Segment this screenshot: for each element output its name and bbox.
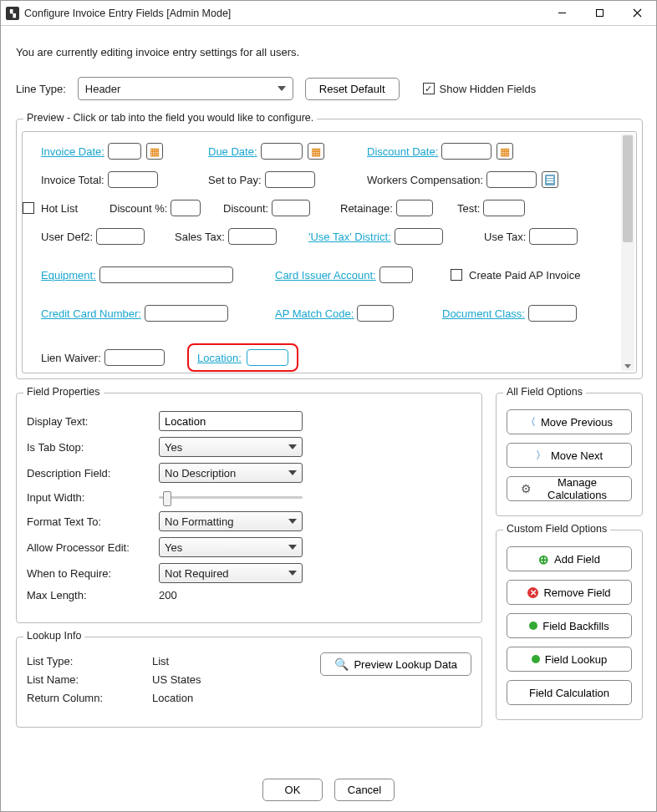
preview-lookup-button[interactable]: 🔍 Preview Lookup Data	[320, 652, 471, 676]
description-field-select[interactable]: No Description	[159, 463, 303, 483]
when-require-value: Not Required	[165, 567, 229, 580]
lien-waiver-input[interactable]	[104, 349, 165, 366]
show-hidden-checkbox[interactable]: ✓	[423, 83, 435, 94]
reset-default-label: Reset Default	[319, 83, 385, 95]
close-button[interactable]	[619, 1, 656, 26]
invoice-date-input[interactable]	[108, 143, 141, 160]
create-paid-ap-checkbox[interactable]	[451, 269, 462, 281]
is-tab-stop-label: Is Tab Stop:	[27, 441, 159, 454]
invoice-date-label[interactable]: Invoice Date:	[41, 145, 104, 158]
test-input[interactable]	[483, 200, 525, 216]
line-type-value: Header	[85, 83, 121, 95]
move-next-button[interactable]: 〉 Move Next	[507, 443, 632, 468]
equipment-input[interactable]	[99, 266, 233, 283]
scrollbar-thumb[interactable]	[623, 135, 633, 242]
doc-class-label[interactable]: Document Class:	[442, 307, 525, 320]
chevron-right-icon: 〉	[536, 449, 546, 463]
retainage-input[interactable]	[396, 200, 433, 216]
allow-processor-value: Yes	[165, 541, 182, 554]
add-field-button[interactable]: ⊕ Add Field	[507, 546, 632, 571]
calendar-icon[interactable]: ▦	[308, 143, 324, 160]
discount-label: Discount:	[223, 202, 268, 215]
reset-default-button[interactable]: Reset Default	[305, 78, 400, 100]
cancel-button[interactable]: Cancel	[334, 779, 395, 801]
info-text: You are currently editing invoice entry …	[16, 46, 643, 58]
set-to-pay-input[interactable]	[265, 171, 315, 188]
slider-thumb[interactable]	[163, 491, 171, 506]
vertical-scrollbar[interactable]	[621, 134, 634, 371]
list-type-value: List	[152, 655, 169, 667]
discount-pct-input[interactable]	[171, 200, 201, 216]
use-tax-input[interactable]	[529, 228, 578, 245]
move-previous-button[interactable]: 〈 Move Previous	[507, 409, 632, 434]
card-issuer-input[interactable]	[379, 266, 413, 283]
user-def2-input[interactable]	[96, 228, 145, 245]
format-text-value: No Formatting	[165, 515, 233, 528]
discount-input[interactable]	[272, 200, 310, 216]
workers-comp-input[interactable]	[486, 171, 537, 188]
plus-icon: ⊕	[538, 553, 549, 566]
sales-tax-label: Sales Tax:	[175, 231, 225, 243]
field-backfills-button[interactable]: Field Backfills	[507, 613, 632, 638]
scrollbar-down-icon	[624, 364, 631, 368]
list-name-label: List Name:	[27, 673, 152, 686]
ok-button[interactable]: OK	[262, 779, 323, 801]
user-def2-label: User Def2:	[41, 231, 93, 243]
minimize-button[interactable]	[543, 1, 581, 26]
workers-comp-label: Workers Compensation:	[367, 174, 483, 186]
sales-tax-input[interactable]	[228, 228, 277, 245]
document-icon[interactable]	[542, 171, 558, 188]
ap-match-label[interactable]: AP Match Code:	[275, 307, 354, 320]
cancel-label: Cancel	[348, 784, 381, 796]
field-calculation-button[interactable]: Field Calculation	[507, 680, 632, 705]
line-type-select[interactable]: Header	[78, 77, 293, 100]
retainage-label: Retainage:	[340, 202, 393, 215]
hot-list-checkbox[interactable]	[23, 202, 34, 214]
ap-match-input[interactable]	[357, 305, 394, 322]
format-text-select[interactable]: No Formatting	[159, 511, 303, 531]
discount-date-label[interactable]: Discount Date:	[367, 145, 438, 158]
location-label[interactable]: Location:	[197, 352, 242, 364]
field-lookup-button[interactable]: Field Lookup	[507, 647, 632, 672]
equipment-label[interactable]: Equipment:	[41, 269, 96, 282]
use-tax-district-input[interactable]	[395, 228, 443, 245]
discount-date-input[interactable]	[441, 143, 491, 160]
cc-number-input[interactable]	[145, 305, 228, 322]
use-tax-district-label[interactable]: 'Use Tax' District:	[308, 231, 391, 243]
allow-processor-select[interactable]: Yes	[159, 537, 303, 557]
due-date-label[interactable]: Due Date:	[208, 145, 257, 158]
display-text-input[interactable]	[159, 411, 303, 431]
field-properties-legend: Field Properties	[23, 386, 104, 398]
calendar-icon[interactable]: ▦	[146, 143, 163, 160]
maximize-button[interactable]	[581, 1, 619, 26]
location-input[interactable]	[247, 349, 288, 366]
format-text-label: Format Text To:	[27, 515, 159, 528]
calendar-icon[interactable]: ▦	[497, 143, 513, 160]
chevron-down-icon	[278, 86, 286, 91]
when-require-label: When to Require:	[27, 567, 159, 580]
remove-field-label: Remove Field	[543, 586, 610, 599]
cc-number-label[interactable]: Credit Card Number:	[41, 307, 141, 320]
input-width-label: Input Width:	[27, 491, 159, 504]
due-date-input[interactable]	[261, 143, 303, 160]
create-paid-ap-label: Create Paid AP Invoice	[469, 269, 580, 282]
remove-field-button[interactable]: ✕ Remove Field	[507, 580, 632, 605]
field-calc-label: Field Calculation	[529, 687, 609, 699]
list-type-label: List Type:	[27, 655, 152, 667]
is-tab-stop-select[interactable]: Yes	[159, 437, 303, 457]
is-tab-stop-value: Yes	[165, 441, 182, 454]
line-type-label: Line Type:	[16, 83, 66, 95]
custom-field-options-legend: Custom Field Options	[503, 523, 610, 535]
description-field-value: No Description	[165, 467, 236, 480]
when-require-select[interactable]: Not Required	[159, 563, 303, 583]
lien-waiver-label: Lien Waiver:	[41, 352, 101, 364]
ok-label: OK	[285, 784, 301, 796]
input-width-slider[interactable]	[159, 489, 303, 505]
titlebar: ▚ Configure Invoice Entry Fields [Admin …	[1, 1, 656, 26]
card-issuer-label[interactable]: Card Issuer Account:	[275, 269, 376, 282]
doc-class-input[interactable]	[528, 305, 577, 322]
field-properties-panel: Field Properties Display Text: Is Tab St…	[16, 393, 482, 623]
manage-calculations-button[interactable]: ⚙ Manage Calculations	[507, 476, 632, 501]
invoice-total-input[interactable]	[108, 171, 158, 188]
show-hidden-label: Show Hidden Fields	[440, 83, 537, 95]
